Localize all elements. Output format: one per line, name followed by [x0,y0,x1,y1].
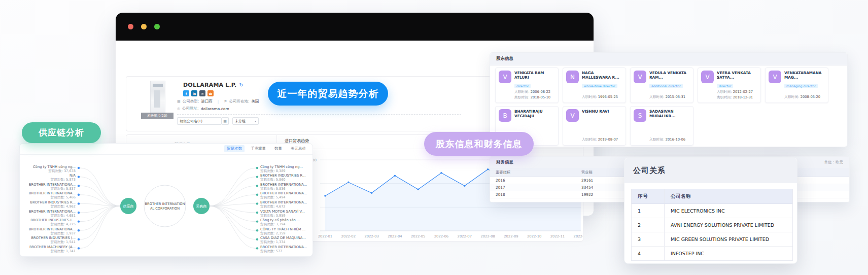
phone-icon[interactable]: ☎ [207,90,214,96]
buyer-node[interactable]: BROTHER INTERNATIONA...贸易次数: 5,494 [256,191,307,199]
table-row[interactable]: 4INFOSTEP INC [632,247,792,260]
buyer-node[interactable]: BROTHER INDUSTRIES R...贸易次数: 5,860 [256,174,306,182]
shareholder-name: VEERA VENKATA SATYA... [717,71,757,80]
role-badge: additional director [649,84,683,88]
buyer-node[interactable]: CÔNG TY TRÁCH NHIỆM ...贸易次数: 2,359 [256,227,305,235]
group-select[interactable]: 未分组 ▾ [232,117,259,125]
supplier-node[interactable]: BROTHER INTERNATIONA...贸易次数: 1,937 [29,227,80,235]
metric-tabs: 贸易次数千克重量数量美元总价 [224,145,308,152]
shareholder-card[interactable]: VVENKATA RAM ATLURIdirector入职时间: 2006-08… [495,67,559,103]
shareholders-panel: 股东信息 VVENKATA RAM ATLURIdirector入职时间: 20… [490,52,848,147]
location-icon: ⚑ [224,99,227,104]
buyer-hub-node[interactable]: 采购商 [193,198,210,214]
minimize-window-icon[interactable] [141,24,147,29]
svg-text:采购商: 采购商 [196,204,207,209]
supplier-node[interactable]: BROTHER INTERNATIONA...贸易次数: 4,681 [29,210,80,218]
svg-text:2022-03: 2022-03 [364,234,378,238]
supplier-node[interactable]: BROTHER INTERNATIONA...贸易次数: 5,837 [29,183,80,191]
calendar-grid-icon[interactable]: ▦ [222,117,229,125]
supplier-hub-node[interactable]: 供应商 [120,198,136,214]
supplier-node[interactable]: BROTHER INDUSTRIES (...贸易次数: 1,541 [31,236,80,244]
tab-千克重量[interactable]: 千克重量 [248,145,268,152]
svg-text:Công ty TNHH công ng...: Công ty TNHH công ng... [33,165,76,169]
svg-text:Công ty TNHH công ng...: Công ty TNHH công ng... [260,165,303,169]
svg-text:贸易次数: 5,837: 贸易次数: 5,837 [50,187,76,191]
svg-text:2022-11: 2022-11 [550,234,565,238]
svg-text:贸易次数: 1,341: 贸易次数: 1,341 [50,249,76,253]
supply-chain-diagram[interactable]: Công ty TNHH công ng...贸易次数: 37,678N/A贸易… [20,155,313,257]
svg-text:BROTHER INTERNATION: BROTHER INTERNATION [145,202,185,206]
svg-text:BROTHER INTERNATIONA...: BROTHER INTERNATIONA... [29,191,76,195]
buyer-node[interactable]: BROTHER INTERNATIONA...贸易次数: 577 [256,245,307,253]
relations-header: 公司关系 [624,158,797,183]
svg-text:2022-02: 2022-02 [341,234,356,238]
shareholder-card[interactable]: VVEERA VENKATA SATYA...director入职时间: 201… [698,67,761,103]
refresh-icon[interactable]: ↻ [239,82,244,88]
scene: 相关图片(20) DOLLARAMA L.P.↻ fin✉☎ ▦ 公司类型: 进… [0,0,868,275]
buyer-node[interactable]: Công ty TNHH công ng...贸易次数: 8,389 [256,165,303,173]
shareholder-card[interactable]: SSADASIVAN MURALIKR...入职时间: 2016-10-06 [630,106,693,146]
shareholder-card[interactable]: VVISHNU RAVI入职时间: 2019-08-07 [563,106,626,146]
svg-text:2022-06: 2022-06 [434,234,448,238]
company-image[interactable]: 相关图片(20) [141,81,173,119]
shareholder-card[interactable]: VVENKATARAMANA MAG...managing director入职… [765,67,828,103]
supplier-node[interactable]: Công ty TNHH công ng...贸易次数: 37,678 [33,165,80,173]
table-row[interactable]: 2AVNI ENERGY SOLUTIONS PRIVATE LIMITED [632,218,792,232]
tab-贸易次数[interactable]: 贸易次数 [224,145,245,152]
buyer-node[interactable]: Công ty cổ phần sản ...贸易次数: 3,394 [256,218,300,226]
svg-text:2022-08: 2022-08 [480,234,495,238]
svg-text:BROTHER INTERNATIONA...: BROTHER INTERNATIONA... [260,245,307,249]
svg-text:BROTHER INDUSTRIES L...: BROTHER INDUSTRIES L... [30,218,76,222]
svg-text:BROTHER INTERNATIONA...: BROTHER INTERNATIONA... [29,210,76,214]
svg-text:2022-05: 2022-05 [411,234,425,238]
avatar: S [634,109,646,122]
mail-icon[interactable]: ✉ [199,90,205,96]
close-window-icon[interactable] [128,24,133,29]
shareholder-card[interactable]: VVEDULA VENKATA RAM...additional directo… [630,67,693,103]
svg-text:BROTHER INDUSTRIES R...: BROTHER INDUSTRIES R... [30,200,76,204]
role-badge: managing director [784,84,818,88]
supply-chain-badge: 供应链分析 [22,122,101,143]
svg-text:贸易次数: 4,275: 贸易次数: 4,275 [50,222,76,226]
avatar: B [499,109,511,122]
supplier-node[interactable]: BROTHER INDUSTRIES R...贸易次数: 4,962 [30,200,80,209]
buyer-node[interactable]: VOLTA MOTOR SANAYİ V...贸易次数: 3,959 [256,209,305,218]
shareholder-name: VENKATARAMANA MAG... [784,71,825,80]
tab-美元总价[interactable]: 美元总价 [288,145,308,152]
table-row[interactable]: 1MIC ELECTRONICS INC [632,204,792,218]
svg-text:2022-07: 2022-07 [458,234,472,238]
supplier-node[interactable]: N/A贸易次数: 5,873 [50,174,80,182]
buyer-node[interactable]: CASA DIAZ DE MAQUINA...贸易次数: 1,334 [256,236,306,244]
linkedin-icon[interactable]: in [191,90,197,96]
buyer-node[interactable]: BROTHER INTERNATIONA...贸易次数: 4,672 [256,200,307,209]
svg-text:贸易次数: 5,873: 贸易次数: 5,873 [50,178,76,182]
join-date: 入职时间: 2006-08-22 [514,89,555,95]
svg-text:2022-04: 2022-04 [388,234,402,238]
relations-table: 序号公司名称1MIC ELECTRONICS INC2AVNI ENERGY S… [631,189,793,261]
buyer-node[interactable]: BROTHER INTERNATIONA...贸易次数: 5,836 [256,183,307,191]
shareholders-header: 股东信息 [490,53,847,65]
center-company-node[interactable]: BROTHER INTERNATIONAL CORPORATION [144,185,186,227]
svg-text:贸易次数: 4,681: 贸易次数: 4,681 [50,214,76,218]
shareholder-name: VISHNU RAVI [582,109,609,114]
related-images-caption[interactable]: 相关图片(20) [141,113,173,119]
table-row[interactable]: 3MIC GREEN SOLUTIONS PRIVATE LIMITED [632,232,792,247]
chevron-down-icon: ▾ [255,119,256,123]
facebook-icon[interactable]: f [183,90,189,96]
leave-date: 离职时间: 2018-05-10 [514,95,555,100]
svg-text:贸易次数: 4,962: 贸易次数: 4,962 [50,204,76,209]
supplier-node[interactable]: BROTHER INDUSTRIES L...贸易次数: 4,275 [30,218,80,226]
website-link[interactable]: dollarama.com [201,107,229,111]
tab-数量[interactable]: 数量 [272,145,285,152]
svg-text:BROTHER INTERNATIONA...: BROTHER INTERNATIONA... [260,200,307,204]
window-titlebar [116,13,594,41]
svg-text:CASA DIAZ DE MAQUINA...: CASA DIAZ DE MAQUINA... [260,236,306,240]
svg-text:BROTHER INTERNATIONA...: BROTHER INTERNATIONA... [260,191,307,195]
supplier-node[interactable]: BROTHER INTERNATIONA...贸易次数: 5,466 [29,191,80,199]
shareholder-card[interactable]: NNAGA MALLESWARA R...whole-time director… [563,67,626,103]
svg-text:AL CORPORATION: AL CORPORATION [150,207,180,211]
similar-company-select[interactable]: 相似公司名(1) [177,117,222,125]
maximize-window-icon[interactable] [154,24,160,29]
company-relations-panel: 公司关系 序号公司名称1MIC ELECTRONICS INC2AVNI ENE… [624,157,797,264]
supplier-node[interactable]: BROTHER MACHINERY (A...贸易次数: 1,341 [29,245,80,253]
